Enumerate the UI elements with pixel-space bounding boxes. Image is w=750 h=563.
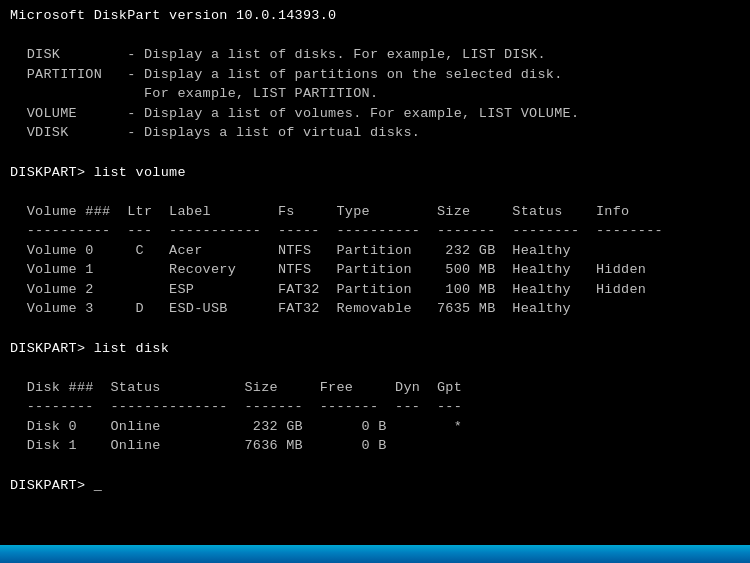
help-disk: DISK - Display a list of disks. For exam…: [10, 45, 740, 65]
volume-row-1: Volume 1 Recovery NTFS Partition 500 MB …: [10, 260, 740, 280]
volume-row-0: Volume 0 C Acer NTFS Partition 232 GB He…: [10, 241, 740, 261]
volume-separator: ---------- --- ----------- ----- -------…: [10, 221, 740, 241]
disk-row-0: Disk 0 Online 232 GB 0 B *: [10, 417, 740, 437]
volume-row-2: Volume 2 ESP FAT32 Partition 100 MB Heal…: [10, 280, 740, 300]
volume-header: Volume ### Ltr Label Fs Type Size Status…: [10, 202, 740, 222]
list-volume-command: DISKPART> list volume: [10, 163, 740, 183]
disk-row-1: Disk 1 Online 7636 MB 0 B: [10, 436, 740, 456]
volume-row-3: Volume 3 D ESD-USB FAT32 Removable 7635 …: [10, 299, 740, 319]
help-vdisk: VDISK - Displays a list of virtual disks…: [10, 123, 740, 143]
taskbar: [0, 545, 750, 563]
terminal-window: Microsoft DiskPart version 10.0.14393.0 …: [0, 0, 750, 545]
list-disk-command: DISKPART> list disk: [10, 339, 740, 359]
title-line: Microsoft DiskPart version 10.0.14393.0: [10, 6, 740, 26]
disk-header: Disk ### Status Size Free Dyn Gpt: [10, 378, 740, 398]
final-prompt[interactable]: DISKPART> _: [10, 476, 740, 496]
disk-separator: -------- -------------- ------- ------- …: [10, 397, 740, 417]
help-volume: VOLUME - Display a list of volumes. For …: [10, 104, 740, 124]
help-partition: PARTITION - Display a list of partitions…: [10, 65, 740, 85]
help-partition-cont: For example, LIST PARTITION.: [10, 84, 740, 104]
